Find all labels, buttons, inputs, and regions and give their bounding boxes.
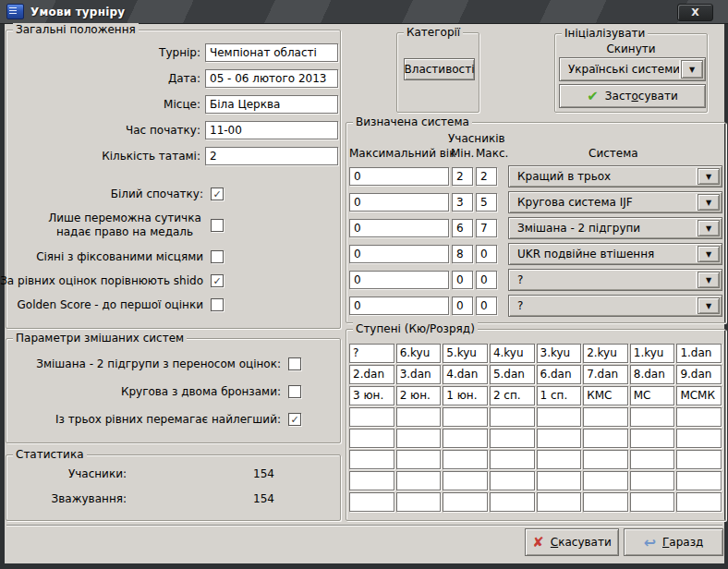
- grade-cell[interactable]: [443, 429, 488, 448]
- grade-cell[interactable]: [537, 471, 582, 490]
- date-input[interactable]: [205, 69, 338, 88]
- grade-cell[interactable]: [396, 492, 442, 512]
- grade-cell[interactable]: 4.kyu: [490, 344, 535, 363]
- grade-cell[interactable]: [396, 407, 442, 427]
- white-first-checkbox[interactable]: [211, 188, 224, 200]
- grade-cell[interactable]: [583, 492, 628, 512]
- grade-cell[interactable]: 6.kyu: [396, 344, 442, 363]
- apply-button[interactable]: ✔ Застосувати: [559, 84, 706, 108]
- min-participants-input[interactable]: [452, 193, 473, 212]
- grade-cell[interactable]: 3.kyu: [537, 344, 582, 363]
- golden-score-checkbox[interactable]: [211, 298, 224, 311]
- grade-cell[interactable]: [676, 471, 722, 490]
- grade-cell[interactable]: МС: [630, 386, 675, 406]
- system-select[interactable]: Змішана - 2 підгрупи ▼: [508, 217, 722, 239]
- grade-cell[interactable]: КМС: [583, 386, 628, 406]
- lightest-wins-checkbox[interactable]: [288, 413, 301, 426]
- chevron-down-icon[interactable]: ▼: [698, 297, 720, 314]
- grade-cell[interactable]: [443, 471, 488, 490]
- max-participants-input[interactable]: [476, 219, 497, 237]
- max-age-input[interactable]: [349, 245, 449, 263]
- min-participants-input[interactable]: [452, 271, 473, 289]
- grade-cell[interactable]: МСМК: [676, 386, 722, 406]
- chevron-down-icon[interactable]: ▼: [698, 194, 720, 211]
- ok-button[interactable]: ↩ Гаразд: [624, 528, 723, 556]
- round-robin-bronzes-checkbox[interactable]: [288, 385, 301, 398]
- grade-cell[interactable]: [630, 471, 675, 490]
- grade-cell[interactable]: [490, 450, 535, 469]
- grade-cell[interactable]: [537, 429, 582, 448]
- grade-cell[interactable]: 8.dan: [630, 365, 675, 384]
- system-select[interactable]: UKR подвійне втішення ▼: [508, 243, 722, 265]
- chevron-down-icon[interactable]: ▼: [681, 60, 703, 79]
- grade-cell[interactable]: 3 юн.: [349, 386, 394, 406]
- grade-cell[interactable]: 2 юн.: [396, 386, 442, 406]
- grade-cell[interactable]: 1.dan: [676, 344, 722, 363]
- system-select[interactable]: Кращий в трьох ▼: [508, 165, 722, 188]
- grade-cell[interactable]: [676, 492, 722, 512]
- grade-cell[interactable]: ?: [349, 344, 394, 363]
- grade-cell[interactable]: [349, 471, 394, 490]
- grade-cell[interactable]: 7.dan: [583, 365, 628, 384]
- system-select[interactable]: ? ▼: [508, 269, 722, 291]
- system-select[interactable]: Кругова система IJF ▼: [508, 191, 722, 213]
- max-participants-input[interactable]: [476, 167, 497, 186]
- grade-cell[interactable]: [537, 492, 582, 512]
- max-participants-input[interactable]: [476, 297, 497, 315]
- grade-cell[interactable]: [583, 407, 628, 427]
- start-time-input[interactable]: [205, 121, 338, 139]
- grade-cell[interactable]: 5.dan: [490, 365, 535, 384]
- grade-cell[interactable]: [443, 407, 488, 427]
- tournament-input[interactable]: [205, 43, 338, 62]
- max-age-input[interactable]: [349, 193, 449, 212]
- place-input[interactable]: [205, 95, 338, 114]
- grade-cell[interactable]: [490, 407, 535, 427]
- max-participants-input[interactable]: [476, 193, 497, 212]
- grade-cell[interactable]: [443, 450, 488, 469]
- grade-cell[interactable]: [583, 429, 628, 448]
- chevron-down-icon[interactable]: ▼: [698, 272, 720, 288]
- grade-cell[interactable]: 1 юн.: [443, 386, 488, 406]
- grade-cell[interactable]: [583, 471, 628, 490]
- grade-cell[interactable]: [583, 450, 628, 469]
- max-participants-input[interactable]: [476, 271, 497, 289]
- grade-cell[interactable]: [537, 450, 582, 469]
- grade-cell[interactable]: [676, 429, 722, 448]
- max-participants-input[interactable]: [476, 245, 497, 263]
- shido-compare-checkbox[interactable]: [211, 274, 224, 287]
- grade-cell[interactable]: [630, 450, 675, 469]
- close-button[interactable]: X: [677, 4, 713, 21]
- chevron-down-icon[interactable]: ▼: [698, 220, 720, 236]
- min-participants-input[interactable]: [452, 245, 473, 263]
- preset-systems-select[interactable]: Українські системи ▼: [559, 57, 706, 81]
- grade-cell[interactable]: [630, 407, 675, 427]
- grade-cell[interactable]: [676, 450, 722, 469]
- grade-cell[interactable]: [349, 407, 394, 427]
- seeded-fixed-checkbox[interactable]: [211, 250, 224, 263]
- min-participants-input[interactable]: [452, 297, 473, 315]
- max-age-input[interactable]: [349, 219, 449, 237]
- grade-cell[interactable]: [630, 492, 675, 512]
- cancel-button[interactable]: ✘ Скасувати: [525, 528, 619, 556]
- max-age-input[interactable]: [349, 271, 449, 289]
- grade-cell[interactable]: [349, 492, 394, 512]
- grade-cell[interactable]: [676, 407, 722, 427]
- grade-cell[interactable]: [490, 471, 535, 490]
- grade-cell[interactable]: 5.kyu: [443, 344, 488, 363]
- grade-cell[interactable]: [490, 492, 535, 512]
- grade-cell[interactable]: [443, 492, 488, 512]
- grade-cell[interactable]: [396, 450, 442, 469]
- grade-cell[interactable]: 4.dan: [443, 365, 488, 384]
- max-age-input[interactable]: [349, 167, 449, 186]
- min-participants-input[interactable]: [452, 167, 473, 186]
- system-select[interactable]: ? ▼: [508, 295, 722, 317]
- grade-cell[interactable]: 3.dan: [396, 365, 442, 384]
- grade-cell[interactable]: [349, 450, 394, 469]
- min-participants-input[interactable]: [452, 219, 473, 237]
- chevron-down-icon[interactable]: ▼: [698, 246, 720, 262]
- grade-cell[interactable]: 9.dan: [676, 365, 722, 384]
- grade-cell[interactable]: 1 сп.: [537, 386, 582, 406]
- mixed-transfer-checkbox[interactable]: [288, 357, 301, 370]
- grade-cell[interactable]: [490, 429, 535, 448]
- chevron-down-icon[interactable]: ▼: [698, 168, 720, 185]
